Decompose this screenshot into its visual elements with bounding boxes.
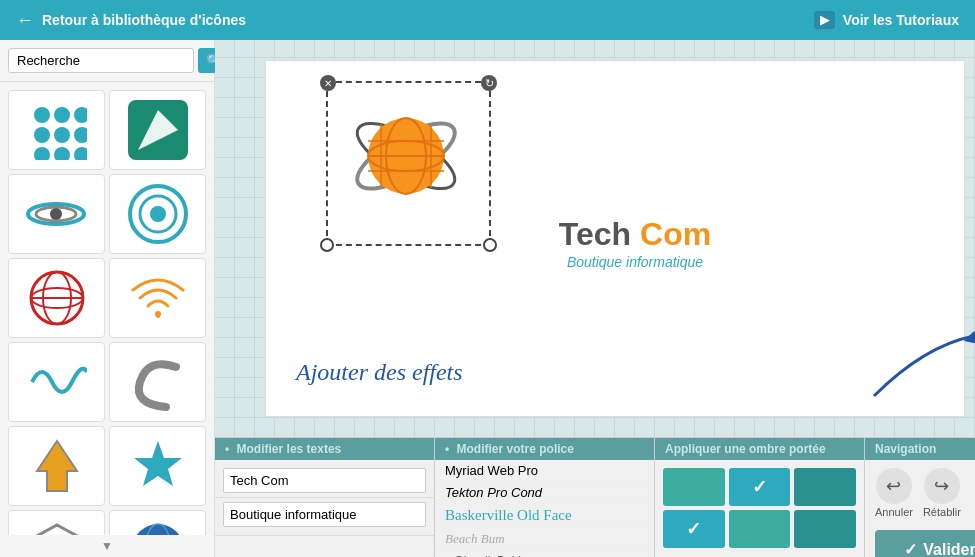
svg-point-7	[54, 147, 70, 160]
font-list: Myriad Web Pro Tekton Pro Cond Baskervil…	[435, 460, 654, 557]
shadow-option-1[interactable]	[663, 468, 725, 506]
shadow-option-2[interactable]: ✓	[729, 468, 791, 506]
design-canvas[interactable]: ✕ ↻	[215, 40, 975, 437]
svg-point-2	[74, 107, 87, 123]
wifi-icon	[128, 268, 188, 328]
shadow-grid: ✓ ✓	[655, 460, 864, 556]
bottom-toolbar: • Modifier les textes • Modifier votre p…	[215, 437, 975, 557]
icon-item[interactable]	[8, 510, 105, 535]
satellite-icon	[24, 194, 89, 234]
close-handle[interactable]: ✕	[320, 75, 336, 91]
icon-sidebar: 🔍	[0, 40, 215, 557]
annotation-arrow	[864, 326, 975, 406]
shadow-section-header: Appliquer une ombre portée	[655, 438, 864, 460]
bullet-icon: •	[225, 442, 229, 456]
shadow-section: Appliquer une ombre portée ✓ ✓	[655, 438, 865, 557]
back-label: Retour à bibliothèque d'icônes	[42, 12, 246, 28]
font-item[interactable]: Beach Bum	[435, 528, 654, 551]
svg-point-13	[50, 208, 62, 220]
font-item[interactable]: Myriad Web Pro	[435, 460, 654, 482]
shadow-option-5[interactable]	[729, 510, 791, 548]
icon-item[interactable]	[8, 90, 105, 170]
font-section: • Modifier votre police Myriad Web Pro T…	[435, 438, 655, 557]
world-icon	[128, 520, 188, 535]
icon-item[interactable]	[109, 342, 206, 422]
arrow-up-icon	[27, 436, 87, 496]
logo-subtitle-text: Boutique informatique	[567, 254, 703, 270]
svg-point-16	[150, 206, 166, 222]
svg-point-1	[54, 107, 70, 123]
target-icon	[128, 184, 188, 244]
svg-marker-45	[964, 331, 975, 344]
sidebar-scroll-indicator[interactable]: ▼	[0, 535, 214, 557]
svg-point-8	[74, 147, 87, 160]
icon-item[interactable]	[8, 174, 105, 254]
star-icon	[128, 436, 188, 496]
icon-item[interactable]	[109, 174, 206, 254]
canvas-area: ✕ ↻	[215, 40, 975, 557]
search-bar: 🔍	[0, 40, 214, 82]
tutorial-button[interactable]: ▶ Voir les Tutoriaux	[814, 11, 959, 29]
rotate-handle[interactable]: ↻	[481, 75, 497, 91]
icon-item[interactable]	[109, 426, 206, 506]
shadow-option-3[interactable]	[794, 468, 856, 506]
c-letter-icon	[128, 352, 188, 412]
main-layout: 🔍	[0, 40, 975, 557]
text-field-1-wrapper	[215, 460, 434, 498]
icon-item[interactable]	[109, 258, 206, 338]
logo-globe	[346, 96, 466, 220]
svg-marker-25	[35, 525, 79, 535]
hex-dots-icon	[27, 520, 87, 535]
checkmark-icon: ✓	[752, 476, 767, 498]
undo-button[interactable]: ↩ Annuler	[875, 468, 913, 518]
validate-checkmark-icon: ✓	[904, 540, 917, 557]
video-icon: ▶	[814, 11, 835, 29]
annotation-text: Ajouter des effets	[296, 359, 463, 385]
icon-item[interactable]	[8, 342, 105, 422]
back-button[interactable]: ← Retour à bibliothèque d'icônes	[16, 10, 246, 31]
validate-button[interactable]: ✓ Valider	[875, 530, 975, 557]
icon-item[interactable]	[8, 426, 105, 506]
nav-section-header: Navigation	[865, 438, 975, 460]
nav-actions: ↩ Annuler ↪ Rétablir	[865, 460, 975, 526]
globe-svg	[346, 96, 466, 216]
svg-point-4	[54, 127, 70, 143]
text-section-header: • Modifier les textes	[215, 438, 434, 460]
svg-point-5	[74, 127, 87, 143]
font-item[interactable]: Baskerville Old Face	[435, 504, 654, 528]
logo-text-area: Tech Com Boutique informatique	[326, 216, 944, 271]
logo-tech-text: Tech	[559, 216, 631, 252]
text-section: • Modifier les textes	[215, 438, 435, 557]
text-field-2-wrapper	[215, 498, 434, 536]
icon-item[interactable]	[109, 90, 206, 170]
icon-item[interactable]	[8, 258, 105, 338]
undo-icon: ↩	[876, 468, 912, 504]
globe-lines-icon	[27, 268, 87, 328]
header: ← Retour à bibliothèque d'icônes ▶ Voir …	[0, 0, 975, 40]
leaf-icon	[128, 100, 188, 160]
wave-icon	[27, 352, 87, 412]
svg-point-6	[34, 147, 50, 160]
text-input-2[interactable]	[223, 502, 426, 527]
back-arrow-icon: ←	[16, 10, 34, 31]
svg-point-21	[155, 311, 161, 317]
text-input-1[interactable]	[223, 468, 426, 493]
svg-marker-24	[134, 441, 182, 486]
svg-marker-22	[37, 441, 77, 491]
checkmark-icon: ✓	[686, 518, 701, 540]
shadow-option-4[interactable]: ✓	[663, 510, 725, 548]
font-item[interactable]: ▸ Qlassik Bold	[435, 551, 654, 557]
annotation-area: Ajouter des effets	[296, 359, 964, 386]
tutorial-label: Voir les Tutoriaux	[843, 12, 959, 28]
icon-item[interactable]	[109, 510, 206, 535]
dots-grid-icon	[27, 100, 87, 160]
svg-point-3	[34, 127, 50, 143]
icon-grid	[0, 82, 214, 535]
font-item[interactable]: Tekton Pro Cond	[435, 482, 654, 504]
logo-preview: ✕ ↻	[265, 60, 965, 417]
shadow-option-6[interactable]	[794, 510, 856, 548]
redo-button[interactable]: ↪ Rétablir	[923, 468, 961, 518]
redo-icon: ↪	[924, 468, 960, 504]
svg-point-0	[34, 107, 50, 123]
search-input[interactable]	[8, 48, 194, 73]
